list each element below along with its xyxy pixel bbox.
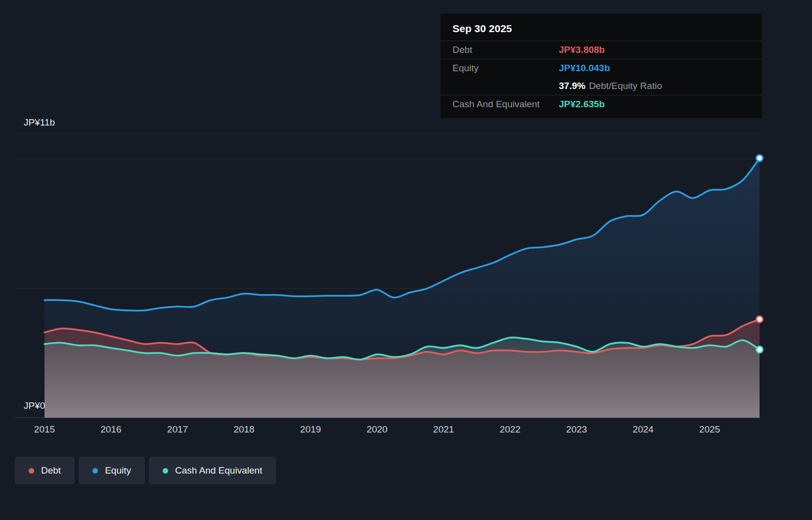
debt-equity-history-chart-page: JP¥11b JP¥0 2015201620172018201920202021… [0, 0, 812, 520]
tooltip-row-debt: Debt JP¥3.808b [441, 41, 762, 59]
tooltip-equity-value: JP¥10.043b [559, 63, 610, 74]
tooltip-ratio-caption: Debt/Equity Ratio [589, 81, 662, 91]
tooltip-row-equity: Equity JP¥10.043b [441, 59, 762, 77]
tooltip-ratio-value: 37.9%Debt/Equity Ratio [559, 81, 662, 91]
legend-dot-equity [92, 468, 98, 474]
y-axis-label-max: JP¥11b [24, 117, 55, 128]
tooltip-equity-label: Equity [452, 63, 559, 74]
x-axis-tick-2022: 2022 [490, 424, 531, 435]
tooltip-date: Sep 30 2025 [441, 18, 762, 41]
x-axis-tick-2019: 2019 [290, 424, 331, 435]
legend: DebtEquityCash And Equivalent [15, 457, 276, 484]
end-marker-cash-and-equivalent [756, 347, 763, 353]
legend-label: Cash And Equivalent [175, 465, 262, 476]
series-area-fills [45, 158, 760, 418]
legend-label: Debt [41, 465, 61, 476]
legend-dot-cash-and-equivalent [163, 468, 168, 474]
legend-dot-debt [29, 468, 34, 474]
end-marker-debt [756, 316, 763, 322]
x-axis-tick-2017: 2017 [157, 424, 198, 435]
x-axis-tick-2024: 2024 [623, 424, 664, 435]
legend-item-debt[interactable]: Debt [15, 457, 75, 484]
x-axis-tick-2023: 2023 [556, 424, 597, 435]
legend-item-cash-and-equivalent[interactable]: Cash And Equivalent [149, 457, 276, 484]
tooltip-debt-label: Debt [452, 44, 559, 55]
tooltip-ratio-percent: 37.9% [559, 81, 586, 91]
legend-item-equity[interactable]: Equity [79, 457, 145, 484]
tooltip-cash-value: JP¥2.635b [559, 99, 605, 110]
x-axis-tick-2021: 2021 [423, 424, 464, 435]
x-axis-tick-2020: 2020 [357, 424, 398, 435]
x-axis-tick-2016: 2016 [90, 424, 132, 435]
x-axis-tick-2015: 2015 [24, 424, 65, 435]
y-axis-label-min: JP¥0 [24, 400, 45, 411]
x-axis-labels: 2015201620172018201920202021202220232024… [0, 424, 812, 439]
chart-tooltip: Sep 30 2025 Debt JP¥3.808b Equity JP¥10.… [441, 14, 762, 118]
tooltip-row-ratio: 37.9%Debt/Equity Ratio [441, 77, 762, 95]
tooltip-row-cash: Cash And Equivalent JP¥2.635b [441, 95, 762, 113]
x-axis-tick-2025: 2025 [689, 424, 730, 435]
tooltip-cash-label: Cash And Equivalent [452, 99, 559, 110]
tooltip-debt-value: JP¥3.808b [559, 44, 605, 55]
legend-label: Equity [105, 465, 131, 476]
x-axis-tick-2018: 2018 [224, 424, 265, 435]
end-marker-equity [756, 155, 763, 162]
